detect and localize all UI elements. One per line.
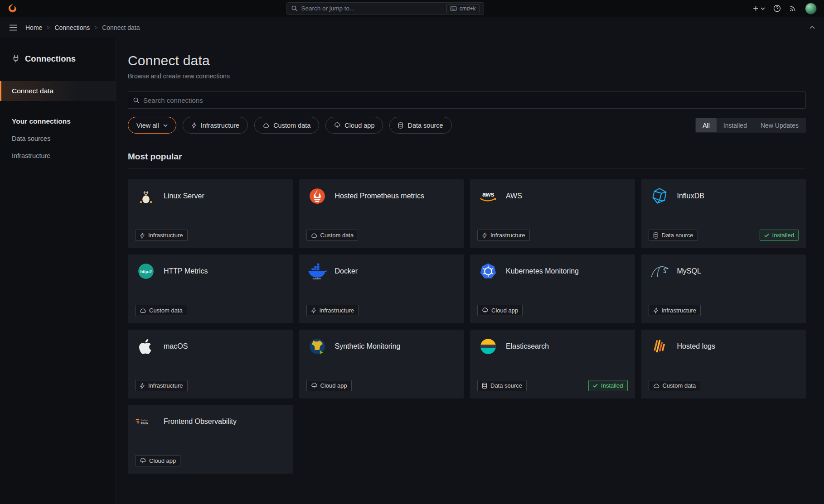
category-badge: Custom data (306, 230, 359, 241)
svg-text:http://: http:// (141, 269, 152, 274)
docker-icon: docker (306, 262, 328, 281)
view-all-label: View all (136, 122, 159, 129)
connection-card[interactable]: Synthetic Monitoring Cloud app (299, 330, 464, 398)
elasticsearch-icon (477, 337, 499, 356)
breadcrumb-connections[interactable]: Connections (54, 24, 90, 31)
tab-all[interactable]: All (696, 118, 717, 132)
linux-icon (135, 187, 157, 206)
chevron-up-icon (809, 26, 815, 29)
check-icon (593, 384, 598, 388)
news-button[interactable] (789, 5, 797, 12)
cloud-icon (263, 123, 269, 128)
tab-installed[interactable]: Installed (717, 118, 754, 132)
shortcut-label: cmd+k (460, 5, 476, 12)
svg-text:Faro: Faro (141, 421, 148, 425)
breadcrumb-separator: > (94, 24, 97, 31)
aws-icon: aws (477, 187, 499, 206)
category-label: Data source (490, 382, 522, 389)
global-search-input[interactable] (301, 5, 443, 12)
category-badge: Cloud app (135, 455, 180, 466)
filter-cloud-app[interactable]: Cloud app (325, 117, 383, 134)
chevron-down-icon (761, 7, 765, 10)
filter-bar: View all Infrastructure Custom data Clou… (128, 117, 806, 134)
connection-card[interactable]: aws AWS Infrastructure (470, 179, 635, 248)
prometheus-icon (306, 187, 328, 206)
apple-icon (135, 337, 157, 356)
breadcrumb-bar: Home > Connections > Connect data (0, 17, 824, 38)
category-label: Custom data (663, 382, 696, 389)
installed-badge: Installed (588, 380, 627, 391)
bolt-icon (140, 232, 145, 239)
rss-icon (789, 5, 797, 12)
keyboard-icon (450, 6, 457, 11)
filter-data-source[interactable]: Data source (389, 117, 451, 134)
card-title: Kubernetes Monitoring (506, 267, 579, 275)
view-all-filter[interactable]: View all (128, 117, 176, 134)
shortcut-hint: cmd+k (446, 4, 480, 13)
category-label: Cloud app (149, 457, 176, 464)
chevron-down-icon (163, 124, 168, 127)
collapse-toolbar-button[interactable] (809, 26, 815, 29)
bolt-icon (653, 307, 659, 314)
category-badge: Infrastructure (135, 230, 188, 241)
section-title: Most popular (128, 152, 806, 162)
category-badge: Custom data (649, 380, 701, 391)
install-filter-tabs: All Installed New Updates (695, 118, 806, 133)
connection-card[interactable]: MySQL Infrastructure (641, 254, 806, 323)
global-search[interactable]: cmd+k (286, 2, 484, 15)
breadcrumb: Home > Connections > Connect data (25, 24, 140, 31)
breadcrumb-home[interactable]: Home (25, 24, 42, 31)
sidebar-item-connect-data[interactable]: Connect data (0, 81, 116, 101)
menu-toggle-button[interactable] (9, 24, 17, 31)
category-label: Custom data (320, 232, 354, 239)
card-title: InfluxDB (677, 192, 704, 200)
category-label: Infrastructure (320, 307, 354, 314)
bolt-icon (311, 307, 316, 314)
top-bar: cmd+k (0, 0, 824, 17)
database-icon (482, 383, 487, 389)
mysql-icon (649, 262, 670, 281)
add-button[interactable] (752, 5, 765, 12)
sidebar-item-your-connections[interactable]: Your connections (0, 113, 116, 130)
sidebar-item-data-sources[interactable]: Data sources (0, 130, 116, 147)
connection-card[interactable]: Hosted logs Custom data (641, 330, 806, 398)
connection-card[interactable]: GrafanaFaro Frontend Observability Cloud… (128, 405, 293, 474)
sidebar-header: Connections (0, 54, 116, 64)
cloud-app-icon (311, 383, 317, 389)
section-nav: Connections Connect data Your connection… (0, 38, 116, 504)
category-label: Infrastructure (148, 232, 183, 239)
category-badge: Infrastructure (135, 380, 188, 391)
page-title: Connect data (128, 53, 806, 68)
section-divider (128, 168, 806, 168)
connection-card[interactable]: docker Docker Infrastructure (299, 254, 464, 323)
connections-search[interactable] (128, 91, 806, 109)
cloud-app-icon (482, 307, 488, 313)
help-button[interactable] (773, 5, 781, 12)
database-icon (398, 122, 403, 129)
connection-card[interactable]: http:// HTTP Metrics Custom data (128, 254, 293, 323)
category-badge: Data source (649, 230, 698, 241)
connections-search-input[interactable] (143, 96, 801, 104)
sidebar-title: Connections (25, 54, 76, 64)
search-icon (291, 5, 298, 12)
grafana-logo-icon[interactable] (7, 3, 18, 14)
sidebar-item-infrastructure[interactable]: Infrastructure (0, 147, 116, 164)
card-title: Frontend Observability (164, 418, 237, 426)
svg-text:aws: aws (482, 191, 494, 198)
influxdb-icon (649, 187, 670, 206)
filter-custom-data[interactable]: Custom data (254, 117, 319, 134)
connection-card[interactable]: Linux Server Infrastructure (128, 179, 293, 248)
tab-new-updates[interactable]: New Updates (754, 118, 805, 132)
connection-card[interactable]: Kubernetes Monitoring Cloud app (470, 254, 635, 323)
card-title: Synthetic Monitoring (335, 342, 401, 350)
filter-infrastructure[interactable]: Infrastructure (183, 117, 248, 134)
breadcrumb-current: Connect data (102, 24, 140, 31)
user-avatar[interactable] (805, 3, 817, 14)
category-badge: Cloud app (477, 305, 523, 316)
connection-card[interactable]: Hosted Prometheus metrics Custom data (299, 179, 464, 248)
connection-card[interactable]: Elasticsearch Data source Installed (470, 330, 635, 398)
connection-card[interactable]: InfluxDB Data source Installed (641, 179, 806, 248)
connection-card[interactable]: macOS Infrastructure (128, 330, 293, 398)
card-title: HTTP Metrics (164, 267, 208, 275)
sidebar-nav: Connect data Your connections Data sourc… (0, 81, 116, 164)
